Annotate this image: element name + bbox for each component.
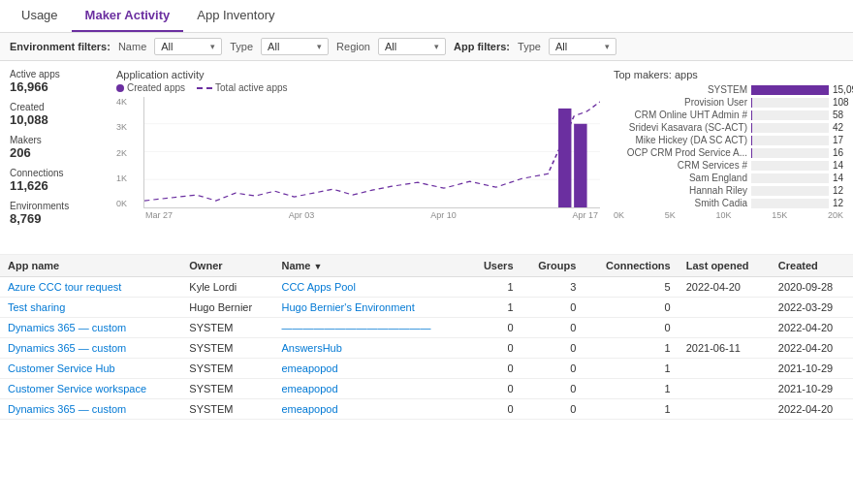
bar-1	[558, 109, 571, 207]
app-type-filter-select[interactable]: All ▾	[549, 38, 616, 55]
legend-total-label: Total active apps	[215, 82, 288, 93]
maker-row: Hannah Riley 12	[614, 185, 843, 196]
table-row: Test sharing Hugo Bernier Hugo Bernier's…	[0, 298, 853, 318]
cell-name: AnswersHub	[273, 338, 467, 359]
tab-maker-activity[interactable]: Maker Activity	[72, 0, 184, 32]
cell-users: 1	[468, 298, 521, 318]
col-header-last-opened: Last opened	[679, 255, 771, 277]
maker-bar-container	[751, 186, 829, 196]
top-makers-title: Top makers: apps	[614, 69, 843, 80]
cell-connections: 1	[584, 338, 678, 359]
maker-value: 108	[833, 97, 849, 108]
makers-value: 206	[10, 145, 81, 160]
maker-value: 42	[833, 122, 843, 133]
type-filter-select[interactable]: All ▾	[261, 38, 329, 55]
region-filter-label: Region	[336, 41, 370, 52]
maker-row: Mike Hickey (DA SC ACT) 17	[614, 135, 843, 145]
environments-label: Environments	[10, 201, 81, 211]
cell-groups: 0	[521, 379, 584, 399]
name-filter-value: All	[161, 41, 206, 52]
x-axis-labels: Mar 27 Apr 03 Apr 10 Apr 17	[143, 210, 600, 220]
maker-name: Provision User	[614, 97, 747, 108]
maker-row: CRM Services # 14	[614, 160, 843, 171]
region-filter-select[interactable]: All ▾	[378, 38, 446, 55]
maker-name: SYSTEM	[614, 84, 747, 95]
cell-name: ——————————————	[273, 318, 467, 338]
cell-app-name: Azure CCC tour request	[0, 277, 181, 298]
cell-name: emeapopod	[273, 379, 467, 399]
col-header-connections: Connections	[584, 255, 678, 277]
bar-2	[574, 124, 586, 207]
cell-last-opened	[679, 399, 771, 420]
cell-last-opened: 2022-04-20	[679, 277, 771, 298]
connections-stat: Connections 11,626	[10, 168, 81, 193]
chart-svg	[144, 97, 600, 207]
col-header-groups: Groups	[521, 255, 584, 277]
maker-bar-container	[751, 161, 829, 171]
makers-label: Makers	[10, 135, 81, 145]
chart-area-wrapper: 4K 3K 2K 1K 0K	[143, 97, 600, 220]
tab-bar: Usage Maker Activity App Inventory	[0, 0, 853, 33]
chart-legend: Created apps Total active apps	[116, 82, 600, 93]
col-header-owner: Owner	[181, 255, 273, 277]
cell-name: emeapopod	[273, 399, 467, 420]
cell-last-opened	[679, 379, 771, 399]
cell-created: 2022-04-20	[771, 318, 853, 338]
tab-app-inventory[interactable]: App Inventory	[183, 0, 288, 32]
app-filter-label: App filters:	[454, 41, 510, 52]
tab-usage[interactable]: Usage	[8, 0, 72, 32]
cell-last-opened: 2021-06-11	[679, 338, 771, 359]
maker-bar-container	[751, 136, 829, 145]
chart-title: Application activity	[116, 69, 600, 80]
table-row: Azure CCC tour request Kyle Lordi CCC Ap…	[0, 277, 853, 298]
maker-name: Sam England	[614, 173, 747, 183]
cell-connections: 0	[584, 318, 678, 338]
maker-row: SYSTEM 15,096	[614, 84, 843, 95]
connections-label: Connections	[10, 168, 81, 178]
created-label: Created	[10, 102, 81, 112]
environment-filter-label: Environment filters:	[10, 41, 111, 52]
y-axis-labels: 4K 3K 2K 1K 0K	[116, 97, 127, 208]
legend-created-icon	[116, 84, 124, 92]
cell-app-name: Test sharing	[0, 298, 181, 318]
maker-value: 14	[833, 160, 843, 171]
cell-created: 2020-09-28	[771, 277, 853, 298]
environments-value: 8,769	[10, 211, 81, 226]
cell-created: 2022-04-20	[771, 338, 853, 359]
created-value: 10,088	[10, 112, 81, 127]
connections-value: 11,626	[10, 178, 81, 193]
col-header-name: Name ▼	[273, 255, 467, 277]
active-apps-value: 16,966	[10, 79, 81, 94]
top-makers-panel: Top makers: apps SYSTEM 15,096 Provision…	[606, 61, 853, 254]
cell-owner: SYSTEM	[181, 359, 273, 379]
maker-bar-container	[751, 98, 829, 108]
maker-row: Smith Cadia 12	[614, 198, 843, 208]
cell-name: Hugo Bernier's Environment	[273, 298, 467, 318]
cell-app-name: Dynamics 365 — custom	[0, 399, 181, 420]
legend-total-icon	[197, 87, 212, 89]
top-makers-list: SYSTEM 15,096 Provision User 108 CRM Onl…	[614, 84, 843, 208]
maker-bar-container	[751, 85, 829, 95]
maker-bar-container	[751, 173, 829, 183]
maker-name: Sridevi Kasavara (SC-ACT)	[614, 122, 747, 133]
maker-bar	[751, 85, 829, 95]
cell-owner: SYSTEM	[181, 379, 273, 399]
cell-owner: Kyle Lordi	[181, 277, 273, 298]
app-type-filter-arrow: ▾	[605, 42, 610, 51]
table-row: Dynamics 365 — custom SYSTEM AnswersHub …	[0, 338, 853, 359]
maker-bar-container	[751, 148, 829, 158]
cell-app-name: Dynamics 365 — custom	[0, 318, 181, 338]
cell-groups: 0	[521, 298, 584, 318]
cell-users: 0	[468, 379, 521, 399]
col-header-created: Created	[771, 255, 853, 277]
filter-bar: Environment filters: Name All ▾ Type All…	[0, 33, 853, 61]
cell-connections: 1	[584, 399, 678, 420]
cell-app-name: Dynamics 365 — custom	[0, 338, 181, 359]
active-apps-stat: Active apps 16,966	[10, 69, 81, 94]
col-header-users: Users	[468, 255, 521, 277]
name-filter-select[interactable]: All ▾	[154, 38, 222, 55]
cell-last-opened	[679, 359, 771, 379]
table-row: Customer Service Hub SYSTEM emeapopod 0 …	[0, 359, 853, 379]
top-makers-xaxis: 0K 5K 10K 15K 20K	[614, 210, 843, 220]
cell-groups: 0	[521, 318, 584, 338]
